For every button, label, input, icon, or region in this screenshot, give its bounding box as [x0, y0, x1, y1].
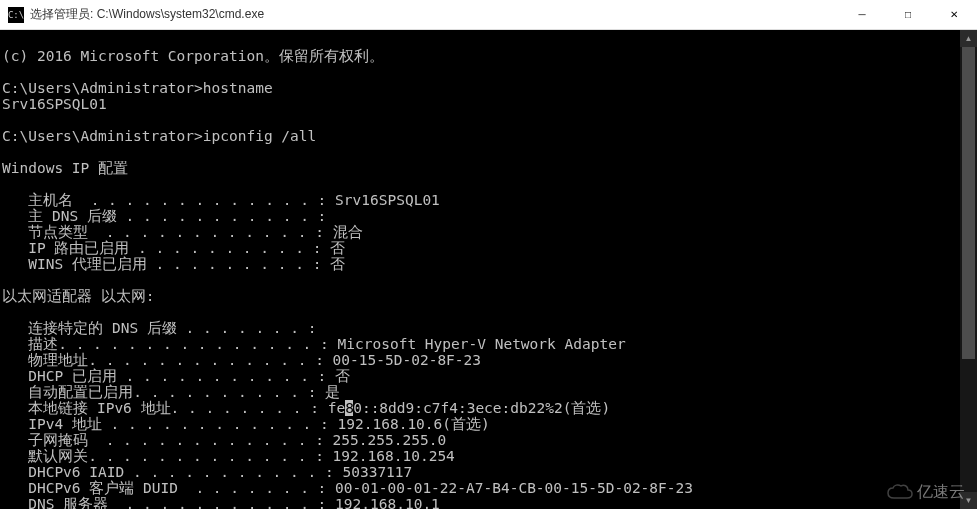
close-button[interactable]: ✕ — [931, 0, 977, 29]
text-cursor: 8 — [345, 400, 353, 416]
adapter-line: DNS 服务器 . . . . . . . . . . . : 192.168.… — [2, 496, 440, 509]
scroll-up-button[interactable]: ▲ — [960, 30, 977, 47]
adapter-line: 自动配置已启用. . . . . . . . . . : 是 — [2, 384, 340, 400]
adapter-line: DHCP 已启用 . . . . . . . . . . . : 否 — [2, 368, 350, 384]
command-ipconfig: ipconfig /all — [203, 128, 317, 144]
scrollbar-track[interactable] — [960, 47, 977, 492]
host-line: 主 DNS 后缀 . . . . . . . . . . . : — [2, 208, 326, 224]
scroll-down-button[interactable]: ▼ — [960, 492, 977, 509]
adapter-line: DHCPv6 客户端 DUID . . . . . . . : 00-01-00… — [2, 480, 693, 496]
vertical-scrollbar[interactable]: ▲ ▼ — [960, 30, 977, 509]
adapter-line: DHCPv6 IAID . . . . . . . . . . . : 5033… — [2, 464, 412, 480]
prompt: C:\Users\Administrator> — [2, 80, 203, 96]
hostname-output: Srv16SPSQL01 — [2, 96, 107, 112]
cmd-icon: C:\ — [8, 7, 24, 23]
adapter-line: 物理地址. . . . . . . . . . . . . : 00-15-5D… — [2, 352, 481, 368]
host-line: 主机名 . . . . . . . . . . . . . : Srv16SPS… — [2, 192, 440, 208]
ipconfig-header: Windows IP 配置 — [2, 160, 128, 176]
adapter-header: 以太网适配器 以太网: — [2, 288, 154, 304]
adapter-line: 子网掩码 . . . . . . . . . . . . : 255.255.2… — [2, 432, 446, 448]
terminal-output[interactable]: (c) 2016 Microsoft Corporation。保留所有权利。 C… — [0, 30, 977, 509]
window-title: 选择管理员: C:\Windows\system32\cmd.exe — [30, 6, 839, 23]
adapter-line: 描述. . . . . . . . . . . . . . . : Micros… — [2, 336, 626, 352]
window-titlebar: C:\ 选择管理员: C:\Windows\system32\cmd.exe ─… — [0, 0, 977, 30]
prompt: C:\Users\Administrator> — [2, 128, 203, 144]
window-controls: ─ □ ✕ — [839, 0, 977, 29]
adapter-line-cont: 0::8dd9:c7f4:3ece:db22%2(首选) — [353, 400, 610, 416]
command-hostname: hostname — [203, 80, 273, 96]
maximize-button[interactable]: □ — [885, 0, 931, 29]
adapter-line: 本地链接 IPv6 地址. . . . . . . . : fe — [2, 400, 345, 416]
adapter-line: IPv4 地址 . . . . . . . . . . . . : 192.16… — [2, 416, 490, 432]
host-line: IP 路由已启用 . . . . . . . . . . : 否 — [2, 240, 345, 256]
host-line: 节点类型 . . . . . . . . . . . . : 混合 — [2, 224, 363, 240]
adapter-line: 连接特定的 DNS 后缀 . . . . . . . : — [2, 320, 317, 336]
copyright-line: (c) 2016 Microsoft Corporation。保留所有权利。 — [2, 48, 384, 64]
host-line: WINS 代理已启用 . . . . . . . . . : 否 — [2, 256, 345, 272]
minimize-button[interactable]: ─ — [839, 0, 885, 29]
scrollbar-thumb[interactable] — [962, 47, 975, 359]
adapter-line: 默认网关. . . . . . . . . . . . . : 192.168.… — [2, 448, 455, 464]
